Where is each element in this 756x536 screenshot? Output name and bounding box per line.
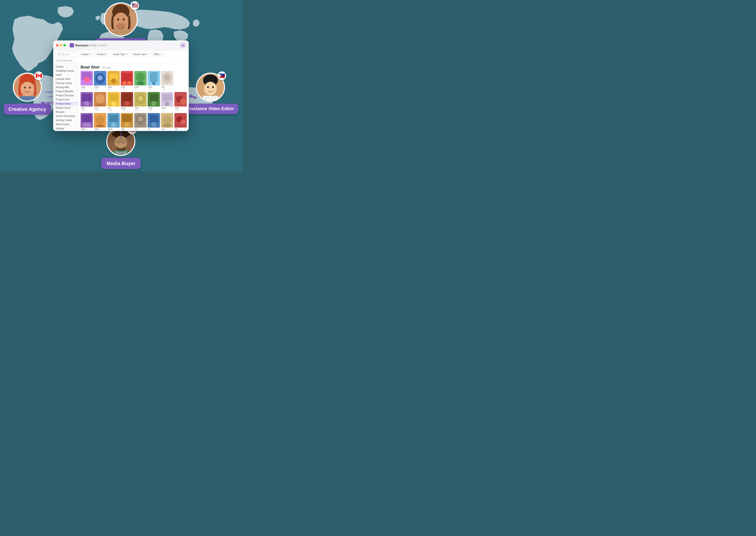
- sidebar-item-description[interactable]: Product Description: [53, 93, 79, 98]
- video-item[interactable]: ABA 5.2k: [80, 71, 93, 91]
- strategist-flag: 🇺🇸: [130, 1, 139, 10]
- sidebar-item-stock[interactable]: Stock Hooks: [53, 122, 79, 126]
- other-filter[interactable]: Other: [152, 52, 164, 57]
- titlebar: Recharm Magic Spoon LA: [53, 40, 189, 50]
- video-item[interactable]: AU 4.9k: [108, 92, 120, 112]
- sidebar-item-lifestyle[interactable]: Lifestyle Shot: [53, 77, 79, 81]
- svg-point-19: [207, 86, 209, 88]
- svg-point-5: [123, 18, 125, 20]
- agency-flag: 🇨🇦: [34, 71, 43, 80]
- sidebar-item-serving[interactable]: Serving Cereal: [53, 118, 79, 122]
- svg-point-34: [84, 77, 90, 83]
- svg-rect-79: [82, 115, 92, 122]
- chevron-down-icon-5: [160, 53, 162, 55]
- video-item[interactable]: AFA 4.5k: [121, 71, 133, 91]
- svg-point-77: [180, 99, 186, 105]
- sidebar-item-hook[interactable]: Hook: [53, 73, 79, 77]
- svg-rect-70: [149, 94, 158, 101]
- svg-point-56: [84, 101, 89, 106]
- svg-rect-24: [112, 133, 130, 136]
- sidebar-item-benefits[interactable]: Product Benefits: [53, 89, 79, 93]
- video-item[interactable]: AFH 4x: [147, 71, 160, 91]
- svg-rect-85: [110, 115, 118, 122]
- video-item[interactable]: AQF 4.7k: [147, 92, 160, 112]
- svg-rect-6: [112, 29, 130, 35]
- svg-rect-21: [203, 96, 218, 101]
- svg-rect-15: [19, 96, 35, 101]
- video-item[interactable]: ANF 2.2k: [134, 92, 146, 112]
- video-item[interactable]: AHI 213k: [94, 92, 106, 112]
- svg-point-74: [165, 101, 169, 106]
- sidebar-item-tasting[interactable]: Tasting Cereal: [53, 130, 79, 131]
- video-item[interactable]: BEB 4.5k: [94, 113, 106, 131]
- video-item[interactable]: HI 198k: [147, 113, 160, 131]
- video-item[interactable]: HO 2.7k: [161, 113, 173, 131]
- clips-count-bar: 1,511 total clips: [53, 58, 189, 63]
- topbar-right: LA: [180, 42, 186, 48]
- sidebar-item-product-shot[interactable]: Product Shot: [53, 102, 79, 106]
- minimize-button[interactable]: [60, 44, 62, 47]
- filter-bar: Search Creator Product Audio Type Visual…: [53, 50, 189, 58]
- video-item[interactable]: BW 2.5k: [121, 113, 133, 131]
- video-item[interactable]: AB 2.1k: [80, 92, 93, 112]
- video-item[interactable]: BAR 4x: [80, 113, 93, 131]
- sidebar-item-screen[interactable]: Screen Recording: [53, 114, 79, 118]
- content-title: Bowl Shot: [80, 65, 99, 69]
- svg-point-71: [151, 101, 156, 106]
- client-name: Magic Spoon: [90, 44, 107, 47]
- user-avatar[interactable]: LA: [180, 42, 186, 48]
- chevron-down-icon-4: [146, 53, 148, 55]
- sidebar-item-intro[interactable]: Product Intro: [53, 98, 79, 102]
- content-header: Bowl Shot 29 clips: [80, 65, 187, 70]
- svg-point-30: [58, 53, 59, 55]
- media-buyer-bubble: 🇺🇸 Media Buyer: [101, 127, 141, 169]
- svg-point-58: [96, 94, 105, 103]
- video-item[interactable]: AFI 2.8k: [161, 71, 173, 91]
- close-button[interactable]: [56, 44, 58, 47]
- sidebar-item-rating[interactable]: Rating Cereal: [53, 106, 79, 110]
- creative-agency-bubble: 🇨🇦 Creative Agency: [4, 73, 51, 115]
- svg-rect-80: [83, 123, 90, 127]
- sidebar-item-pouring-cereal[interactable]: Pouring Cereal: [53, 81, 79, 85]
- brand-icon: [70, 43, 74, 48]
- svg-point-89: [125, 122, 130, 127]
- sidebar-item-pouring-milk[interactable]: Pouring Milk: [53, 85, 79, 89]
- search-box[interactable]: Search: [56, 52, 78, 57]
- app-main: Factory Grabbing Cereal Box Hook Lifesty…: [53, 63, 189, 131]
- audio-filter[interactable]: Audio Type: [111, 52, 130, 57]
- video-item[interactable]: AMJ 2.3k: [121, 92, 133, 112]
- svg-line-31: [59, 55, 60, 55]
- svg-point-65: [125, 101, 130, 106]
- svg-point-68: [138, 96, 143, 101]
- video-item[interactable]: BGR 3.5k: [108, 113, 120, 131]
- svg-rect-49: [150, 72, 157, 82]
- video-item[interactable]: GI 2.2k: [134, 113, 146, 131]
- video-item[interactable]: AEY 3.3k: [94, 71, 106, 91]
- video-item[interactable]: AZB 4x: [161, 92, 173, 112]
- creator-filter[interactable]: Creator: [79, 52, 93, 57]
- maximize-button[interactable]: [63, 44, 66, 47]
- visual-filter[interactable]: Visual Type: [131, 52, 150, 57]
- sidebar-item-factory[interactable]: Factory: [53, 65, 79, 69]
- video-item[interactable]: AZE 3.4k: [174, 92, 187, 112]
- app-brand: Recharm Magic Spoon: [70, 43, 107, 48]
- video-item[interactable]: MY 8x: [174, 113, 187, 131]
- svg-rect-64: [122, 93, 132, 101]
- sidebar-item-grabbing[interactable]: Grabbing Cereal Box: [53, 69, 79, 73]
- brand-name: Recharm: [75, 44, 89, 47]
- video-item[interactable]: AE2 4x: [108, 71, 120, 91]
- svg-point-98: [163, 123, 172, 127]
- video-grid-row1: ABA 5.2k AEY 3.3k: [80, 71, 187, 91]
- svg-point-47: [137, 81, 144, 85]
- product-filter[interactable]: Product: [95, 52, 110, 57]
- svg-point-95: [151, 122, 156, 127]
- editor-flag: 🇵🇭: [217, 71, 226, 80]
- sidebar-item-recipes[interactable]: Recipes: [53, 110, 79, 114]
- svg-point-82: [96, 116, 105, 124]
- sidebar-item-subway[interactable]: Subway: [53, 126, 79, 130]
- video-item[interactable]: AFE 4x: [134, 71, 146, 91]
- svg-point-20: [212, 86, 214, 88]
- svg-point-92: [138, 117, 143, 121]
- app-window: Recharm Magic Spoon LA Search Creator Pr…: [53, 40, 189, 131]
- video-editor-bubble: 🇵🇭 Freelance Video Editor: [182, 73, 238, 114]
